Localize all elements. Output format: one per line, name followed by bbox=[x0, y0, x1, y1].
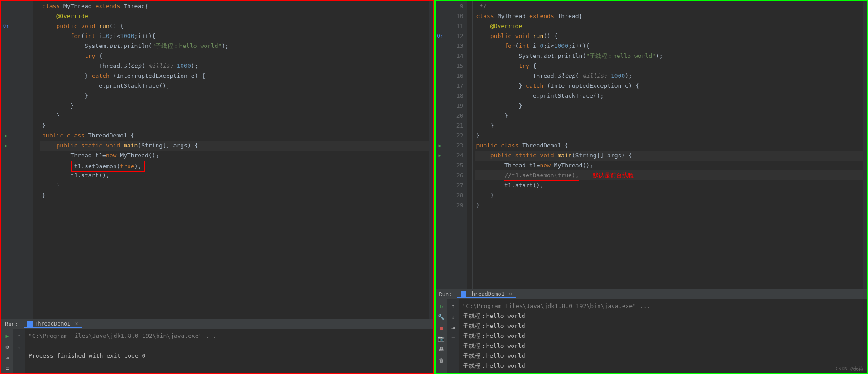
code-line[interactable]: } bbox=[40, 121, 429, 131]
up-button[interactable]: ↑ bbox=[15, 332, 23, 340]
code-line[interactable]: } catch (InterruptedException e) { bbox=[40, 71, 429, 81]
watermark: CSDN @安苒 bbox=[835, 365, 863, 372]
code-line[interactable]: t1.start(); bbox=[475, 180, 863, 190]
code-line[interactable]: } bbox=[475, 121, 863, 131]
code-line[interactable]: try { bbox=[475, 61, 863, 71]
code-line[interactable]: e.printStackTrace(); bbox=[40, 81, 429, 91]
gutter-icons-left: O↑▶▶ bbox=[1, 1, 10, 319]
code-line[interactable]: Thread t1=new MyThread(); bbox=[475, 161, 863, 170]
override-gutter-icon[interactable]: O↑ bbox=[1, 21, 10, 31]
console-line: "C:\Program Files\Java\jdk1.8.0_192\bin\… bbox=[29, 331, 429, 341]
code-line[interactable]: } bbox=[475, 131, 863, 141]
code-line[interactable]: */ bbox=[475, 1, 863, 11]
console-output-right[interactable]: "C:\Program Files\Java\jdk1.8.0_192\bin\… bbox=[459, 299, 867, 373]
code-line[interactable]: @Override bbox=[475, 21, 863, 31]
line-number: 17 bbox=[445, 81, 464, 91]
code-line[interactable]: t1.start(); bbox=[40, 170, 429, 180]
line-number bbox=[10, 131, 29, 141]
code-line[interactable]: class MyThread extends Thread{ bbox=[475, 11, 863, 21]
code-line[interactable]: for(int i=0;i<1000;i++){ bbox=[40, 31, 429, 41]
code-line[interactable]: Thread.sleep( millis: 1000); bbox=[40, 61, 429, 71]
code-line[interactable]: System.out.println("子线程：hello world"); bbox=[40, 41, 429, 51]
code-line[interactable]: class MyThread extends Thread{ bbox=[40, 1, 429, 11]
code-line[interactable]: } bbox=[40, 101, 429, 111]
run-config-button[interactable]: ⚙ bbox=[3, 343, 11, 351]
run-toolbar-left: ▶ ⚙ ⇥ ≡ bbox=[1, 329, 13, 373]
code-line[interactable]: public static void main(String[] args) { bbox=[40, 141, 429, 151]
delete-button[interactable]: 🗑 bbox=[437, 356, 446, 365]
line-number: 19 bbox=[445, 101, 464, 111]
line-number bbox=[10, 71, 29, 81]
soft-wrap-button[interactable]: ⇥ bbox=[449, 324, 457, 332]
code-line[interactable]: //t1.setDaemon(true);默认是前台线程 bbox=[475, 170, 863, 180]
code-line[interactable]: @Override bbox=[40, 11, 429, 21]
code-line[interactable]: } bbox=[475, 190, 863, 200]
code-line[interactable]: Thread.sleep( millis: 1000); bbox=[475, 71, 863, 81]
line-number: 9 bbox=[445, 1, 464, 11]
line-number: 23 bbox=[445, 141, 464, 151]
console-output-left[interactable]: "C:\Program Files\Java\jdk1.8.0_192\bin\… bbox=[25, 329, 433, 373]
line-number bbox=[10, 121, 29, 131]
code-line[interactable]: } bbox=[40, 190, 429, 200]
run-gutter-icon[interactable]: ▶ bbox=[436, 151, 445, 161]
code-line[interactable]: } bbox=[40, 111, 429, 121]
annotation-text: 默认是前台线程 bbox=[593, 172, 634, 179]
run-config-button[interactable]: 🔧 bbox=[437, 313, 446, 321]
console-line: 子线程：hello world bbox=[463, 321, 863, 331]
right-panel: O↑▶▶ 91011121314151617181920212223242526… bbox=[434, 0, 868, 374]
code-line[interactable]: try { bbox=[40, 51, 429, 61]
console-line: 子线程：hello world bbox=[463, 341, 863, 351]
line-numbers-right: 9101112131415161718192021222324252627282… bbox=[445, 1, 467, 289]
run-header-left: Run: ThreadDemo1 × bbox=[1, 319, 433, 329]
run-tab[interactable]: ThreadDemo1 × bbox=[24, 321, 82, 328]
run-tab[interactable]: ThreadDemo1 × bbox=[457, 291, 516, 298]
code-line[interactable]: } bbox=[475, 111, 863, 121]
up-button[interactable]: ↑ bbox=[449, 302, 457, 310]
code-line[interactable]: public class ThreadDemo1 { bbox=[475, 141, 863, 151]
code-line[interactable]: public void run() { bbox=[40, 21, 429, 31]
editor-area-left[interactable]: O↑▶▶ class MyThread extends Thread{ @Ove… bbox=[1, 1, 433, 319]
print-button[interactable]: 🖶 bbox=[437, 346, 446, 354]
run-tab-title: ThreadDemo1 bbox=[34, 321, 70, 327]
close-icon[interactable]: × bbox=[75, 321, 78, 327]
line-number: 18 bbox=[445, 91, 464, 101]
close-icon[interactable]: × bbox=[509, 291, 512, 297]
dump-threads-button[interactable]: 📷 bbox=[437, 335, 446, 343]
line-number: 20 bbox=[445, 111, 464, 121]
run-gutter-icon[interactable]: ▶ bbox=[1, 141, 10, 151]
line-number bbox=[10, 170, 29, 180]
override-gutter-icon[interactable]: O↑ bbox=[436, 31, 445, 41]
editor-area-right[interactable]: O↑▶▶ 91011121314151617181920212223242526… bbox=[436, 1, 867, 289]
run-gutter-icon[interactable]: ▶ bbox=[1, 131, 10, 141]
rerun-button[interactable]: ↻ bbox=[437, 302, 446, 310]
code-line[interactable]: } bbox=[40, 91, 429, 101]
line-number: 12 bbox=[445, 31, 464, 41]
code-line[interactable]: public class ThreadDemo1 { bbox=[40, 131, 429, 141]
code-line[interactable]: e.printStackTrace(); bbox=[475, 91, 863, 101]
run-gutter-icon[interactable]: ▶ bbox=[436, 141, 445, 151]
scroll-button[interactable]: ≡ bbox=[449, 335, 457, 343]
code-line[interactable]: System.out.println("子线程：hello world"); bbox=[475, 51, 863, 61]
code-line[interactable]: t1.setDaemon(true); bbox=[40, 161, 429, 170]
code-line[interactable]: } bbox=[475, 101, 863, 111]
rerun-button[interactable]: ▶ bbox=[3, 332, 11, 340]
minimap-right[interactable] bbox=[863, 1, 867, 289]
code-line[interactable]: Thread t1=new MyThread(); bbox=[40, 151, 429, 161]
code-line[interactable]: public static void main(String[] args) { bbox=[475, 151, 863, 161]
stop-button[interactable]: ■ bbox=[437, 324, 446, 332]
run-tab-title: ThreadDemo1 bbox=[468, 291, 504, 297]
minimap-left[interactable] bbox=[429, 1, 433, 319]
down-button[interactable]: ↓ bbox=[449, 313, 457, 321]
down-button[interactable]: ↓ bbox=[15, 343, 23, 351]
code-area-right[interactable]: */class MyThread extends Thread{ @Overri… bbox=[473, 1, 863, 289]
code-line[interactable]: } catch (InterruptedException e) { bbox=[475, 81, 863, 91]
scroll-to-end-button[interactable]: ≡ bbox=[3, 365, 11, 373]
console-line: "C:\Program Files\Java\jdk1.8.0_192\bin\… bbox=[463, 301, 863, 311]
toggle-soft-wrap-button[interactable]: ⇥ bbox=[3, 354, 11, 362]
code-line[interactable]: } bbox=[40, 180, 429, 190]
run-inner-toolbar-right: ↑ ↓ ⇥ ≡ bbox=[447, 299, 459, 373]
code-line[interactable]: public void run() { bbox=[475, 31, 863, 41]
code-area-left[interactable]: class MyThread extends Thread{ @Override… bbox=[38, 1, 429, 319]
code-line[interactable]: } bbox=[475, 200, 863, 210]
code-line[interactable]: for(int i=0;i<1000;i++){ bbox=[475, 41, 863, 51]
